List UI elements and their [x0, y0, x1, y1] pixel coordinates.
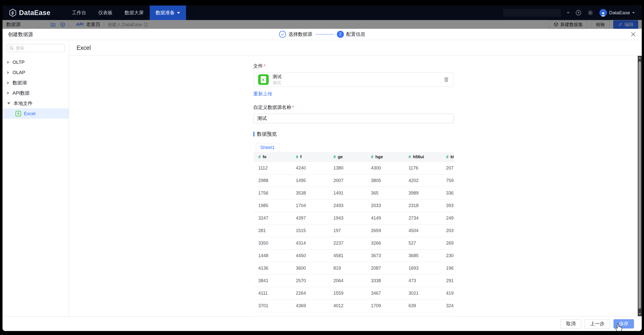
column-name: ge — [338, 154, 343, 159]
table-row: 30781592242530892887153 — [253, 312, 454, 316]
step-connector — [315, 34, 334, 35]
chevron-right-icon[interactable] — [7, 81, 9, 84]
close-icon[interactable] — [631, 32, 636, 37]
tree-node-数据湖[interactable]: 数据湖 — [3, 78, 69, 88]
chevron-right-icon[interactable] — [7, 92, 9, 95]
table-row: 41363600819208716931961 — [253, 262, 454, 275]
gear-icon[interactable] — [587, 10, 593, 16]
dialog-title: 创建数据源 — [8, 31, 33, 38]
vertical-scrollbar[interactable] — [638, 56, 642, 316]
tree-node-label: 本地文件 — [14, 100, 33, 107]
table-cell: 281 — [253, 228, 291, 233]
tree-node-OLTP[interactable]: OLTP — [3, 57, 69, 67]
config-content: 文件* X 测试 测试 重新上传 — [69, 56, 642, 316]
table-cell: 291 — [441, 278, 454, 283]
table-row: 29881495200738054202759 — [253, 175, 454, 187]
tree-leaf-Excel[interactable]: XExcel — [3, 108, 69, 119]
table-cell: 1704 — [291, 203, 329, 208]
datasource-tree: OLTPOLAP数据湖API数据本地文件XExcel — [3, 57, 69, 119]
table-cell: 3538 — [291, 191, 329, 196]
tree-node-label: OLTP — [13, 60, 25, 65]
column-header-ge: #ge — [329, 154, 366, 159]
user-menu[interactable]: DataEase — [599, 9, 635, 17]
table-cell: 3989 — [404, 191, 441, 196]
chevron-down-icon — [177, 12, 180, 14]
tree-node-本地文件[interactable]: 本地文件 — [3, 98, 69, 108]
table-cell: 1491 — [329, 191, 366, 196]
section-accent-bar — [253, 132, 254, 136]
nav-item-label: 数据准备 — [156, 10, 175, 16]
table-cell: 4136 — [253, 266, 291, 271]
table-cell: 639 — [404, 303, 441, 308]
table-cell: 4012 — [329, 303, 366, 308]
datasource-toolbar: 数据源 API 老黄历 | 创建人:DataEase — [3, 20, 642, 29]
dataease-logo-icon — [9, 9, 17, 17]
table-cell: 4581 — [329, 253, 366, 258]
nav-item-data-prep[interactable]: 数据准备 — [150, 6, 186, 20]
nav-item-screen[interactable]: 数据大屏 — [119, 6, 150, 20]
table-row: 411122641559346730214195 — [253, 287, 454, 300]
table-cell: 3673 — [366, 253, 404, 258]
table-cell: 1693 — [404, 266, 441, 271]
numeric-type-icon: # — [446, 154, 448, 159]
chevron-down-icon — [632, 12, 635, 14]
search-input[interactable]: 搜索 — [7, 44, 65, 52]
table-cell: 4314 — [291, 241, 329, 246]
table-cell: 4397 — [291, 216, 329, 221]
scroll-up-arrow-icon[interactable] — [638, 57, 641, 59]
reupload-link[interactable]: 重新上传 — [253, 91, 272, 97]
table-cell: 3338 — [366, 278, 404, 283]
scroll-down-arrow-icon[interactable] — [638, 313, 641, 315]
table-cell: 3350 — [253, 241, 291, 246]
numeric-type-icon: # — [258, 154, 261, 159]
table-cell: 2734 — [404, 216, 441, 221]
nav-search-input[interactable] — [503, 9, 561, 17]
help-icon[interactable]: ? — [575, 10, 581, 16]
navbar-right: ? DataEase — [503, 9, 642, 17]
top-navbar: DataEase 工作台仪表板数据大屏数据准备 ? DataEase — [3, 6, 642, 20]
column-header-f: #f — [291, 154, 329, 159]
table-cell: 1559 — [329, 291, 366, 296]
table-cell: 2307 — [441, 253, 454, 258]
tree-node-OLAP[interactable]: OLAP — [3, 67, 69, 78]
table-cell: 759 — [441, 178, 454, 183]
table-cell: 2007 — [329, 178, 366, 183]
search-icon — [9, 46, 14, 50]
table-row: 111242401380430011762071 — [253, 162, 454, 175]
scrollbar-thumb[interactable] — [638, 61, 641, 309]
delete-file-icon[interactable] — [444, 77, 449, 82]
table-cell: 2071 — [441, 165, 454, 171]
table-cell: 3247 — [253, 216, 291, 221]
preview-table: #fe#f#ge#hge#h56ui#k67 11124240138043001… — [253, 152, 454, 316]
table-cell: 2318 — [404, 203, 441, 208]
name-field-label: 自定义数据源名称* — [253, 104, 454, 111]
create-datasource-dialog: 创建数据源 选择数据源 2 配置信息 — [3, 29, 642, 331]
column-name: h56ui — [413, 154, 424, 159]
table-cell: 3936 — [441, 203, 454, 208]
tree-node-label: OLAP — [13, 70, 25, 75]
table-cell: 3685 — [404, 253, 441, 258]
table-cell: 3841 — [253, 278, 291, 283]
nav-item-workspace[interactable]: 工作台 — [66, 6, 92, 20]
chevron-right-icon[interactable] — [7, 71, 9, 74]
previous-step-button[interactable]: 上一步 — [585, 319, 610, 328]
nav-item-dashboard[interactable]: 仪表板 — [92, 6, 119, 20]
step-configure: 2 配置信息 — [337, 31, 365, 38]
table-cell: 4369 — [291, 303, 329, 308]
datasource-name-input[interactable]: 测试 — [253, 114, 454, 123]
table-cell: 2064 — [329, 278, 366, 283]
table-cell: 365 — [366, 191, 404, 196]
table-cell: 473 — [404, 278, 441, 283]
table-cell: 3368 — [441, 191, 454, 196]
numeric-type-icon: # — [409, 154, 411, 159]
cancel-button[interactable]: 取消 — [561, 319, 581, 328]
chevron-down-icon[interactable] — [567, 12, 569, 14]
brand-logo[interactable]: DataEase — [9, 9, 51, 17]
tab-sheet1[interactable]: Sheet1 — [256, 143, 279, 152]
chevron-down-icon[interactable] — [7, 102, 10, 104]
tree-node-API数据[interactable]: API数据 — [3, 88, 69, 98]
chevron-right-icon[interactable] — [7, 61, 9, 64]
nav-item-label: 数据大屏 — [125, 10, 144, 16]
table-cell: 2237 — [329, 241, 366, 246]
table-cell: 2495 — [441, 216, 454, 221]
